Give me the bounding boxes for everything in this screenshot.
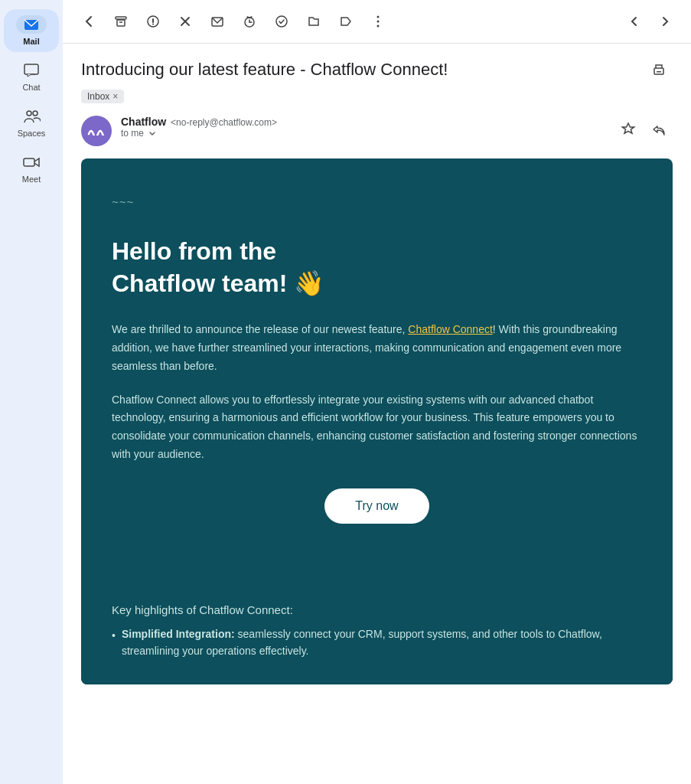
chatflow-connect-link[interactable]: Chatflow Connect [408, 323, 493, 335]
email-navigation [621, 8, 679, 35]
move-button[interactable] [300, 8, 328, 35]
sender-row: Chatflow <no-reply@chatflow.com> to me [81, 116, 673, 146]
more-icon [370, 14, 386, 29]
archive-icon [113, 14, 129, 29]
back-button[interactable] [75, 8, 103, 35]
inbox-tag-close[interactable]: × [112, 91, 118, 102]
star-icon [621, 122, 636, 137]
svg-rect-5 [116, 17, 126, 19]
body-p1-before: We are thrilled to announce the release … [112, 323, 408, 335]
chat-icon [22, 61, 41, 80]
sender-email: <no-reply@chatflow.com> [171, 117, 277, 128]
email-content-area: Introducing our latest feature - Chatflo… [63, 44, 691, 784]
sidebar-item-mail[interactable]: Mail [4, 9, 59, 52]
sender-avatar [81, 116, 112, 146]
bullet-1: • [112, 627, 116, 660]
sender-actions [614, 116, 673, 143]
reply-button[interactable] [645, 116, 673, 143]
sidebar-item-spaces-label: Spaces [18, 129, 46, 138]
next-email-button[interactable] [651, 8, 679, 35]
main-content: Introducing our latest feature - Chatflo… [63, 0, 691, 784]
star-button[interactable] [614, 116, 642, 143]
prev-icon [627, 14, 642, 29]
highlight-item-1: • Simplified Integration: seamlessly con… [112, 626, 642, 660]
key-highlights-title: Key highlights of Chatflow Connect: [112, 603, 642, 616]
sender-name-row: Chatflow <no-reply@chatflow.com> [121, 116, 605, 128]
snooze-icon [242, 14, 257, 29]
highlight-1-text: Simplified Integration: seamlessly conne… [122, 626, 642, 660]
prev-email-button[interactable] [621, 8, 648, 35]
mark-button[interactable] [204, 8, 231, 35]
report-icon [145, 14, 161, 29]
key-highlights-section: Key highlights of Chatflow Connect: • Si… [81, 585, 673, 684]
more-button[interactable] [364, 8, 392, 35]
email-body-p1: We are thrilled to announce the release … [112, 321, 642, 375]
svg-point-2 [27, 111, 31, 116]
inbox-tag[interactable]: Inbox × [81, 90, 124, 103]
svg-rect-4 [24, 158, 34, 166]
sidebar-item-mail-label: Mail [23, 37, 39, 46]
move-icon [306, 14, 321, 29]
email-body-card: ~~~ Hello from theChatflow team! 👋 We ar… [81, 158, 673, 684]
meet-icon [22, 153, 41, 172]
snooze-button[interactable] [236, 8, 263, 35]
svg-rect-1 [24, 64, 38, 74]
to-me-text: to me [121, 128, 144, 139]
spaces-icon [22, 107, 41, 126]
print-icon [651, 62, 667, 77]
chevron-down-icon [147, 128, 158, 139]
delete-button[interactable] [171, 8, 199, 35]
svg-point-21 [377, 21, 380, 23]
to-me-row[interactable]: to me [121, 128, 605, 139]
email-subject-row: Introducing our latest feature - Chatflo… [81, 56, 673, 83]
reply-icon [651, 122, 667, 137]
try-now-btn-wrap: Try now [112, 488, 642, 524]
svg-point-10 [152, 24, 154, 25]
svg-point-19 [276, 16, 287, 27]
svg-rect-24 [657, 71, 661, 73]
sidebar-item-meet[interactable]: Meet [4, 147, 59, 190]
tag-row: Inbox × [81, 90, 673, 103]
sender-name: Chatflow [121, 116, 166, 128]
sidebar-item-chat-label: Chat [22, 83, 40, 92]
mark-icon [210, 14, 225, 29]
sidebar-item-chat[interactable]: Chat [4, 55, 59, 98]
brand-name: ~~~ [112, 195, 642, 208]
label-button[interactable] [332, 8, 360, 35]
email-headline: Hello from theChatflow team! 👋 [112, 236, 642, 299]
email-toolbar [63, 0, 691, 44]
svg-line-18 [249, 17, 252, 18]
back-icon [81, 14, 96, 29]
report-spam-button[interactable] [139, 8, 167, 35]
archive-button[interactable] [107, 8, 135, 35]
sidebar-item-meet-label: Meet [22, 175, 41, 184]
svg-point-22 [377, 25, 380, 28]
print-button[interactable] [645, 56, 673, 83]
svg-point-3 [33, 111, 37, 116]
chatflow-logo-waves [87, 126, 106, 136]
next-icon [657, 14, 673, 29]
svg-point-20 [377, 16, 380, 18]
inbox-tag-label: Inbox [87, 91, 109, 102]
sidebar: Mail Chat Spaces Meet [0, 0, 63, 784]
done-button[interactable] [268, 8, 295, 35]
svg-rect-6 [117, 20, 125, 26]
delete-icon [178, 14, 193, 29]
email-body-inner: ~~~ Hello from theChatflow team! 👋 We ar… [81, 158, 673, 585]
try-now-button[interactable]: Try now [324, 488, 429, 524]
highlight-1-label: Simplified Integration: [122, 628, 235, 640]
sidebar-item-spaces[interactable]: Spaces [4, 101, 59, 144]
label-icon [338, 14, 354, 29]
email-body-p2: Chatflow Connect allows you to effortles… [112, 391, 642, 464]
email-subject: Introducing our latest feature - Chatflo… [81, 60, 448, 80]
done-icon [274, 14, 289, 29]
sender-info: Chatflow <no-reply@chatflow.com> to me [121, 116, 605, 139]
mail-icon [22, 15, 41, 34]
